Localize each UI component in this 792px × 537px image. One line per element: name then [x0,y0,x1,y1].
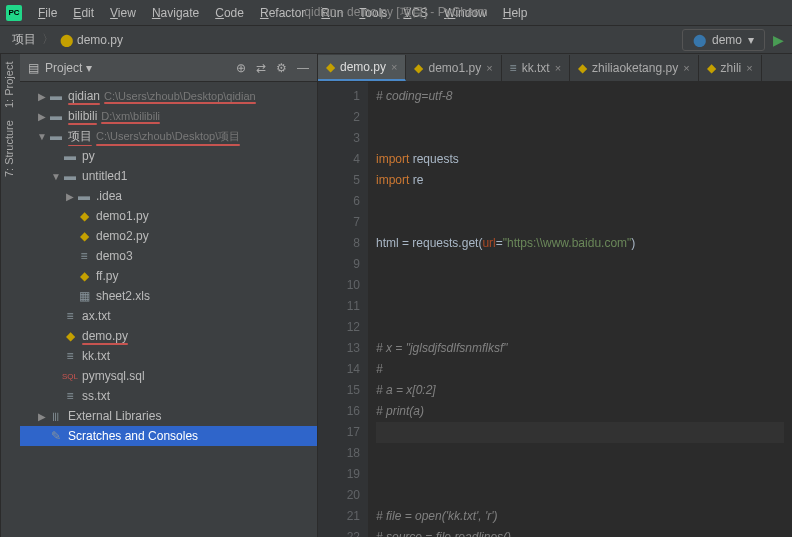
close-tab-icon[interactable]: × [746,62,752,74]
menu-file[interactable]: File [30,3,65,23]
tool-window-stripe: 7: Structure 1: Project [0,54,20,537]
navigation-bar: 项目 〉 ⬤ demo.py ⬤ demo ▾ ▶ [0,26,792,54]
run-button[interactable]: ▶ [773,32,784,48]
tree-item[interactable]: SQLpymysql.sql [20,366,317,386]
tree-item[interactable]: ≡ax.txt [20,306,317,326]
gear-icon[interactable]: ⚙ [276,61,287,75]
minimize-icon[interactable]: — [297,61,309,75]
tree-item[interactable]: ≡demo3 [20,246,317,266]
editor-area: ◆demo.py×◆demo1.py×≡kk.txt×◆zhiliaoketan… [318,54,792,537]
locate-icon[interactable]: ⊕ [236,61,246,75]
chevron-right-icon: 〉 [42,31,54,48]
python-icon: ⬤ [693,33,706,47]
close-tab-icon[interactable]: × [391,61,397,73]
run-configuration-selector[interactable]: ⬤ demo ▾ [682,29,765,51]
structure-tab[interactable]: 7: Structure [3,120,18,177]
menu-edit[interactable]: Edit [65,3,102,23]
tree-item[interactable]: ▶▬qidianC:\Users\zhoub\Desktop\qidian [20,86,317,106]
breadcrumb-file[interactable]: ⬤ demo.py [56,31,127,49]
tree-item[interactable]: ◆demo2.py [20,226,317,246]
menu-view[interactable]: View [102,3,144,23]
project-view-icon: ▤ [28,61,39,75]
project-sidebar: ▤ Project ▾ ⊕ ⇄ ⚙ — ▶▬qidianC:\Users\zho… [20,54,318,537]
tree-item[interactable]: ▶▬bilibiliD:\xm\bilibili [20,106,317,126]
title-bar: PC FileEditViewNavigateCodeRefactorRunTo… [0,0,792,26]
breadcrumb-root[interactable]: 项目 [8,29,40,50]
tree-item[interactable]: ◆ff.py [20,266,317,286]
tree-item[interactable]: ◆demo1.py [20,206,317,226]
menu-navigate[interactable]: Navigate [144,3,207,23]
sidebar-header: ▤ Project ▾ ⊕ ⇄ ⚙ — [20,54,317,82]
python-file-icon: ⬤ [60,33,73,47]
project-tab[interactable]: 1: Project [3,62,18,108]
collapse-icon[interactable]: ⇄ [256,61,266,75]
window-title: qidian - demo.py [项目] - PyCharm [304,4,487,21]
tree-item[interactable]: ▼▬untitled1 [20,166,317,186]
editor-tab[interactable]: ◆zhili× [699,55,762,81]
close-tab-icon[interactable]: × [555,62,561,74]
tree-item[interactable]: ≡ss.txt [20,386,317,406]
tree-item[interactable]: ▼▬项目C:\Users\zhoub\Desktop\项目 [20,126,317,146]
code-body[interactable]: # coding=utf-8 import requestsimport re … [368,82,792,537]
editor-tabs: ◆demo.py×◆demo1.py×≡kk.txt×◆zhiliaoketan… [318,54,792,82]
tree-item[interactable]: ✎Scratches and Consoles [20,426,317,446]
menu-help[interactable]: Help [495,3,536,23]
dropdown-arrow-icon: ▾ [748,33,754,47]
tree-item[interactable]: ◆demo.py [20,326,317,346]
tree-item[interactable]: ▦sheet2.xls [20,286,317,306]
tree-item[interactable]: ▶⫼External Libraries [20,406,317,426]
editor-tab[interactable]: ◆zhiliaoketang.py× [570,55,699,81]
dropdown-arrow-icon[interactable]: ▾ [86,61,92,75]
menu-code[interactable]: Code [207,3,252,23]
close-tab-icon[interactable]: × [486,62,492,74]
line-number-gutter: 12345678910111213141516171819202122 [318,82,368,537]
code-editor[interactable]: 12345678910111213141516171819202122 # co… [318,82,792,537]
editor-tab[interactable]: ◆demo1.py× [406,55,501,81]
tree-item[interactable]: ▬py [20,146,317,166]
tree-item[interactable]: ≡kk.txt [20,346,317,366]
sidebar-title[interactable]: Project [45,61,82,75]
app-logo-icon: PC [6,5,22,21]
editor-tab[interactable]: ≡kk.txt× [502,55,570,81]
tree-item[interactable]: ▶▬.idea [20,186,317,206]
project-tree[interactable]: ▶▬qidianC:\Users\zhoub\Desktop\qidian▶▬b… [20,82,317,537]
close-tab-icon[interactable]: × [683,62,689,74]
editor-tab[interactable]: ◆demo.py× [318,55,406,81]
